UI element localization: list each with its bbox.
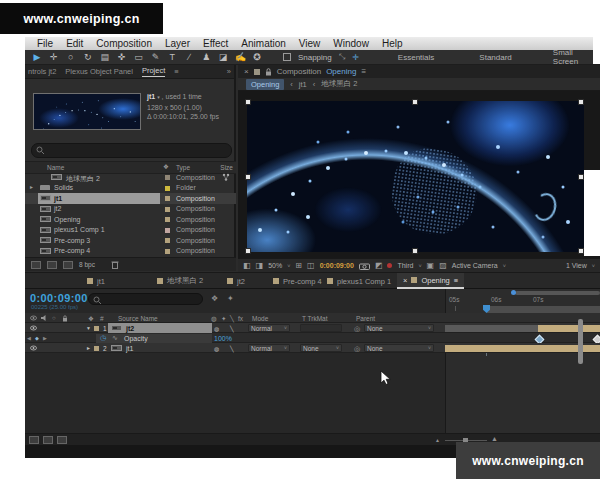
eraser-tool-icon[interactable]: ◪ xyxy=(218,52,228,62)
shape-tool-icon[interactable]: ▭ xyxy=(134,52,144,62)
label-color-swatch[interactable] xyxy=(165,175,170,180)
layer-row-jt1[interactable]: ► 2 jt1 ◍ ╲ Normal˅ None˅ ◎ None˅ xyxy=(25,343,600,353)
stopwatch-icon[interactable]: ◷ xyxy=(100,334,106,342)
label-color-swatch[interactable] xyxy=(165,207,170,212)
fx-column-icon[interactable]: fx xyxy=(238,315,243,322)
timeline-tab-precomp4[interactable]: Pre-comp 4 xyxy=(273,273,322,289)
timeline-tab-earth[interactable]: 地球黑白 2 xyxy=(157,273,203,289)
workspace-essentials[interactable]: Essentials xyxy=(398,53,434,62)
expand-in-out-icon[interactable] xyxy=(29,436,39,444)
label-color-swatch[interactable] xyxy=(165,238,170,243)
camera-tool-icon[interactable]: ▤ xyxy=(100,52,110,62)
blend-mode-dropdown[interactable]: Normal˅ xyxy=(248,344,290,352)
timeline-tab-jt1[interactable]: jt1 xyxy=(87,273,105,289)
layer-label-swatch[interactable] xyxy=(94,326,99,331)
viewer-tab-comp-name[interactable]: Opening xyxy=(326,67,356,76)
label-color-swatch[interactable] xyxy=(165,228,170,233)
menu-item-help[interactable]: Help xyxy=(382,38,403,49)
text-tool-icon[interactable]: T xyxy=(167,52,177,62)
trkmat-column-header[interactable]: T TrkMat xyxy=(302,315,328,322)
tab-menu-icon[interactable]: ≡ xyxy=(454,276,458,285)
zoom-in-mountain-icon[interactable]: ▲ xyxy=(491,435,498,442)
tab-plexus-object-panel[interactable]: Plexus Object Panel xyxy=(65,67,133,76)
timeline-tab-jt2[interactable]: jt2 xyxy=(227,273,245,289)
menu-item-composition[interactable]: Composition xyxy=(96,38,152,49)
time-navigator-bar[interactable] xyxy=(515,291,600,295)
layer-duration-bar[interactable] xyxy=(445,345,600,352)
trkmat-dropdown-empty[interactable] xyxy=(300,324,342,332)
menu-item-animation[interactable]: Animation xyxy=(241,38,285,49)
quality-column-icon[interactable]: ╲ xyxy=(230,315,234,323)
snapping-checkbox[interactable] xyxy=(283,53,291,61)
vertical-scrollbar[interactable] xyxy=(578,319,583,364)
twirl-closed-icon[interactable]: ► xyxy=(86,345,91,351)
panel-menu-icon[interactable]: ≡ xyxy=(174,67,178,76)
menu-item-effect[interactable]: Effect xyxy=(203,38,228,49)
graph-icon[interactable]: ∿ xyxy=(112,334,118,342)
crumb-earth[interactable]: 地球黑白 2 xyxy=(321,79,357,89)
shy-column-icon[interactable]: ◍ xyxy=(211,315,217,323)
source-name-column-header[interactable]: Source Name xyxy=(118,315,158,322)
eye-icon[interactable] xyxy=(30,325,37,331)
keyframe-nav-next-icon[interactable]: ▶ xyxy=(43,335,47,341)
timeline-search-input[interactable] xyxy=(88,293,203,305)
bit-depth-icon[interactable] xyxy=(63,261,73,269)
caret-down-icon[interactable]: ▾ xyxy=(157,93,160,103)
layer-handle[interactable] xyxy=(245,174,251,180)
trash-icon[interactable] xyxy=(111,260,119,269)
twirl-open-icon[interactable]: ▼ xyxy=(86,325,91,331)
quality-slash-icon[interactable]: ╲ xyxy=(230,345,234,352)
parent-column-header[interactable]: Parent xyxy=(356,315,375,322)
view-layout-dropdown[interactable]: 1 View xyxy=(566,262,587,269)
layer-handle[interactable] xyxy=(245,248,251,254)
camera-view-dropdown[interactable]: Active Camera xyxy=(452,262,498,269)
time-navigator-handle[interactable] xyxy=(511,290,516,295)
bit-depth-label[interactable]: 8 bpc xyxy=(79,261,95,268)
property-name[interactable]: Opacity xyxy=(124,335,148,342)
pan-behind-tool-icon[interactable]: ✜ xyxy=(117,52,127,62)
zoom-out-mountain-icon[interactable]: ▲ xyxy=(435,437,440,443)
puppet-pin-tool-icon[interactable]: ✪ xyxy=(252,52,262,62)
viewer-canvas[interactable] xyxy=(238,91,600,258)
clone-stamp-tool-icon[interactable]: ♟ xyxy=(201,52,211,62)
collapse-column-icon[interactable]: ✦ xyxy=(221,315,226,323)
snap-options-icon[interactable]: ⤡ xyxy=(339,52,345,62)
property-value[interactable]: 100% xyxy=(214,335,232,342)
snapshot-camera-icon[interactable] xyxy=(359,262,370,270)
project-row[interactable]: jt2 Composition xyxy=(25,204,236,215)
transparency-grid-icon[interactable]: ▨ xyxy=(439,261,447,270)
label-color-swatch[interactable] xyxy=(165,196,170,201)
close-icon[interactable]: × xyxy=(244,67,249,76)
layer-name[interactable]: jt2 xyxy=(126,325,134,332)
align-icon[interactable]: ✛ xyxy=(352,53,359,62)
project-row[interactable]: ► Solids Folder xyxy=(25,183,236,194)
viewer-menu-icon[interactable]: ≡ xyxy=(361,67,366,76)
layer-row-jt2[interactable]: ▼ 1 jt2 ◍ ╲ Normal˅ ◎ None˅ xyxy=(25,323,600,333)
mode-column-header[interactable]: Mode xyxy=(252,315,268,322)
magnification-icon[interactable]: ◨ xyxy=(256,261,264,270)
pickwhip-icon[interactable]: ◎ xyxy=(354,325,360,333)
pickwhip-icon[interactable]: ◎ xyxy=(354,345,360,353)
workspace-standard[interactable]: Standard xyxy=(479,53,511,62)
selection-tool-icon[interactable]: ▶ xyxy=(32,52,42,62)
label-column-icon[interactable]: ❖ xyxy=(88,315,94,323)
zoom-level-dropdown[interactable]: 50% xyxy=(268,262,282,269)
project-row-selected[interactable]: jt1 Composition xyxy=(25,193,236,204)
expand-switches-icon[interactable] xyxy=(43,436,53,444)
label-color-swatch[interactable] xyxy=(165,186,170,191)
layer-bar-outside[interactable] xyxy=(445,325,538,332)
eye-icon[interactable] xyxy=(30,345,37,351)
quality-slash-icon[interactable]: ╲ xyxy=(230,325,234,332)
roto-brush-tool-icon[interactable]: ✍ xyxy=(235,52,245,62)
index-column-header[interactable]: # xyxy=(100,315,104,322)
show-channel-icon[interactable] xyxy=(387,263,392,268)
layer-name[interactable]: jt1 xyxy=(126,345,133,352)
label-column-icon[interactable]: ❖ xyxy=(163,163,169,171)
layer-handle[interactable] xyxy=(245,99,251,105)
column-name[interactable]: Name xyxy=(47,164,64,171)
rotate-tool-icon[interactable]: ↻ xyxy=(83,52,93,62)
layer-duration-bar[interactable] xyxy=(538,325,600,332)
viewer-tab-prefix[interactable]: Composition xyxy=(277,67,321,76)
hand-tool-icon[interactable]: ✛ xyxy=(49,52,59,62)
ruler-icon[interactable]: ⊞ xyxy=(295,261,302,270)
